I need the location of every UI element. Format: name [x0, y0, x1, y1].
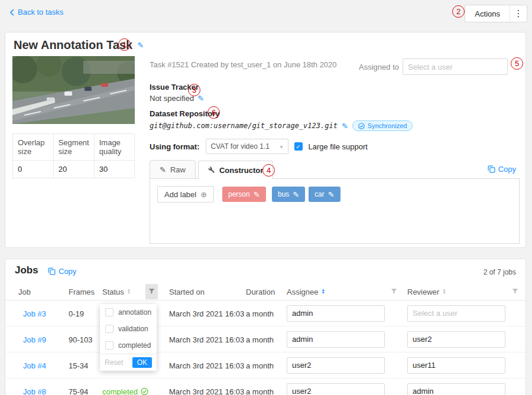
jobs-card: Jobs Copy 2 of 7 jobs Job Frames Status … [5, 259, 526, 395]
filter-option-label: annotation [118, 308, 151, 316]
job-link[interactable]: Job #9 [23, 335, 46, 344]
param-value-quality: 30 [94, 161, 134, 178]
status-filter-dropdown: annotation validation completed Reset OK [100, 304, 157, 371]
pencil-icon: ✎ [160, 165, 166, 174]
col-job: Job [18, 287, 31, 296]
jobs-count: 2 of 7 jobs [484, 268, 516, 276]
table-row: Job #9 90-103 March 3rd 2021 16:03 a mon… [5, 327, 525, 352]
col-duration: Duration [246, 287, 275, 296]
callout-4: 4 [262, 164, 275, 177]
sort-icon[interactable]: ▲▼ [442, 289, 446, 295]
assignee-input[interactable] [287, 331, 385, 348]
copy-labels-link[interactable]: Copy [488, 165, 516, 174]
label-chip-person[interactable]: person ✎ [222, 187, 266, 202]
dataset-repository-url: git@github.com:username/git_storage_v123… [150, 122, 338, 130]
copy-icon [488, 165, 495, 173]
col-reviewer[interactable]: Reviewer ▲▼ [407, 287, 446, 296]
actions-button[interactable]: Actions ⋮ [465, 5, 527, 22]
chevron-left-icon [9, 9, 14, 16]
edit-title-icon[interactable]: ✎ [137, 41, 144, 50]
frames-cell: 0-19 [69, 309, 84, 318]
sort-icon[interactable]: ▲▼ [127, 289, 131, 295]
duration-cell: a month [246, 335, 274, 344]
format-select[interactable]: CVAT for video 1.1 ▾ [206, 139, 288, 154]
label-name: car [314, 190, 325, 198]
assigned-to-label: Assigned to [352, 63, 399, 71]
col-frames: Frames [69, 287, 95, 296]
col-status[interactable]: Status ▲▼ [102, 287, 131, 296]
reviewer-input[interactable] [407, 357, 505, 374]
filter-ok-button[interactable]: OK [132, 357, 152, 368]
filter-reset-button[interactable]: Reset [105, 358, 123, 367]
callout-2: 2 [452, 5, 465, 18]
sync-status-badge[interactable]: Synchronized [352, 120, 413, 131]
check-circle-icon [358, 123, 365, 129]
job-link[interactable]: Job #4 [23, 361, 46, 370]
assignee-select-input[interactable] [403, 58, 508, 75]
filter-option-annotation[interactable]: annotation [100, 304, 157, 321]
kebab-menu-icon[interactable]: ⋮ [510, 8, 527, 19]
assignee-input[interactable] [287, 305, 385, 322]
task-params-table: Overlap size Segment size Image quality … [12, 133, 135, 178]
tab-raw[interactable]: ✎ Raw [150, 160, 196, 179]
filter-option-completed[interactable]: completed [100, 337, 157, 354]
label-name: person [228, 190, 250, 198]
wrench-icon [208, 167, 215, 174]
filter-option-validation[interactable]: validation [100, 321, 157, 337]
param-header-quality: Image quality [94, 134, 134, 161]
jobs-table-header: Job Frames Status ▲▼ Started on Duration… [5, 283, 525, 301]
add-label-button[interactable]: Add label ⊕ [157, 186, 214, 203]
reviewer-input[interactable] [407, 305, 505, 322]
reviewer-filter-funnel-icon[interactable] [512, 286, 518, 297]
duration-cell: a month [246, 361, 274, 370]
reviewer-input[interactable] [407, 383, 505, 395]
edit-label-icon[interactable]: ✎ [293, 190, 299, 199]
label-chip-car[interactable]: car ✎ [309, 187, 340, 202]
jobs-title: Jobs [15, 265, 38, 276]
large-file-checkbox[interactable]: ✓ [294, 142, 303, 151]
callout-5: 5 [511, 57, 523, 70]
job-link[interactable]: Job #8 [23, 387, 46, 395]
edit-issue-tracker-icon[interactable]: ✎ [197, 94, 204, 103]
task-details-card: New Annotation Task ✎ [5, 32, 526, 248]
using-format-label: Using format: [150, 142, 200, 151]
copy-jobs-link[interactable]: Copy [48, 267, 76, 276]
table-row: Job #3 0-19 March 3rd 2021 16:03 a month [5, 301, 525, 327]
frames-cell: 15-34 [69, 361, 88, 370]
sort-icon[interactable]: ▲▼ [321, 289, 325, 295]
assignee-input[interactable] [287, 383, 385, 395]
filter-option-label: completed [118, 341, 151, 350]
copy-icon [48, 267, 56, 275]
checkbox[interactable] [105, 325, 113, 333]
job-link[interactable]: Job #3 [23, 309, 46, 318]
checkbox[interactable] [105, 341, 113, 350]
assignee-filter-funnel-icon[interactable] [391, 286, 397, 297]
edit-label-icon[interactable]: ✎ [328, 190, 335, 199]
status-check-icon [141, 387, 148, 395]
format-select-value: CVAT for video 1.1 [211, 142, 270, 151]
edit-label-icon[interactable]: ✎ [254, 190, 260, 199]
table-row: Job #4 15-34 March 3rd 2021 16:03 a mont… [5, 352, 525, 378]
filter-option-label: validation [118, 325, 148, 333]
status-filter-funnel-icon[interactable] [145, 284, 158, 299]
frames-cell: 75-94 [69, 387, 88, 395]
actions-label: Actions [465, 9, 510, 18]
checkbox[interactable] [105, 308, 113, 316]
tab-raw-label: Raw [170, 165, 186, 174]
chevron-down-icon: ▾ [280, 143, 283, 150]
param-header-overlap: Overlap size [13, 134, 54, 161]
task-preview-image [12, 56, 135, 124]
callout-6: 6 [207, 106, 220, 119]
col-started: Started on [169, 287, 205, 296]
edit-repository-icon[interactable]: ✎ [342, 122, 348, 130]
issue-tracker-value: Not specified [150, 94, 194, 103]
reviewer-input[interactable] [407, 331, 505, 348]
assignee-input[interactable] [287, 357, 385, 374]
callout-3: 3 [188, 84, 200, 96]
frames-cell: 90-103 [69, 335, 92, 344]
back-to-tasks-link[interactable]: Back to tasks [9, 8, 63, 17]
copy-jobs-label: Copy [59, 267, 76, 276]
label-chip-bus[interactable]: bus ✎ [272, 187, 305, 202]
started-cell: March 3rd 2021 16:03 [169, 387, 244, 395]
col-assignee[interactable]: Assignee ▲▼ [287, 287, 325, 296]
